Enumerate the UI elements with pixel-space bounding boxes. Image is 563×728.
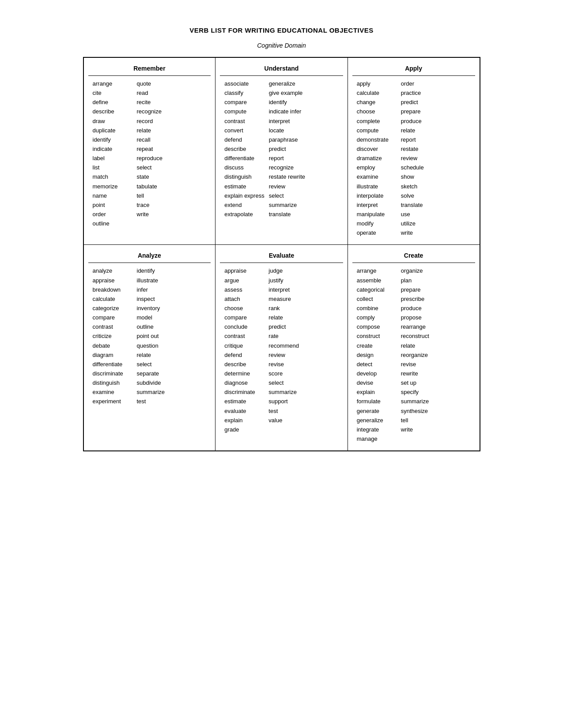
list-item: select bbox=[137, 163, 177, 172]
analyze-header: Analyze bbox=[88, 248, 211, 263]
list-item: duplicate bbox=[93, 126, 132, 135]
list-item: locate bbox=[269, 126, 309, 135]
list-item: reorganize bbox=[401, 351, 441, 360]
list-item: employ bbox=[357, 163, 397, 172]
list-item: appraise bbox=[224, 266, 264, 275]
apply-col1: applycalculatechangechoosecompletecomput… bbox=[357, 79, 397, 237]
list-item: report bbox=[401, 135, 441, 144]
list-item: debate bbox=[93, 341, 132, 350]
understand-header: Understand bbox=[220, 61, 343, 76]
analyze-col1: analyzeappraisebreakdowncalculatecategor… bbox=[93, 266, 132, 406]
list-item: recognize bbox=[137, 107, 177, 116]
understand-col2: generalizegive exampleidentifyindicate i… bbox=[269, 79, 309, 219]
list-item: create bbox=[357, 341, 397, 350]
list-item: grade bbox=[224, 425, 264, 434]
list-item: assess bbox=[224, 285, 264, 294]
list-item: illustrate bbox=[137, 276, 177, 285]
apply-header: Apply bbox=[352, 61, 475, 76]
list-item: label bbox=[93, 154, 132, 163]
list-item: write bbox=[401, 425, 441, 434]
list-item: design bbox=[357, 351, 397, 360]
list-item: write bbox=[401, 229, 441, 237]
list-item: rank bbox=[268, 304, 308, 313]
list-item: support bbox=[268, 397, 308, 406]
list-item: cite bbox=[93, 89, 132, 98]
list-item: argue bbox=[224, 276, 264, 285]
list-item: recall bbox=[137, 135, 177, 144]
list-item: specify bbox=[401, 388, 441, 397]
list-item: define bbox=[93, 98, 132, 107]
list-item: illustrate bbox=[357, 182, 397, 191]
list-item: show bbox=[401, 173, 441, 181]
list-item: breakdown bbox=[93, 285, 132, 294]
list-item: dramatize bbox=[357, 154, 397, 163]
create-cell: Create arrangeassemblecategoricalcollect… bbox=[348, 245, 480, 451]
list-item: match bbox=[93, 173, 132, 181]
list-item: model bbox=[137, 313, 177, 322]
apply-cell: Apply applycalculatechangechoosecomplete… bbox=[348, 57, 480, 245]
list-item: solve bbox=[401, 191, 441, 200]
list-item: predict bbox=[401, 98, 441, 107]
create-content: arrangeassemblecategoricalcollectcombine… bbox=[357, 266, 471, 443]
remember-content: arrangecitedefinedescribedrawduplicateid… bbox=[93, 79, 207, 228]
list-item: detect bbox=[357, 360, 397, 369]
list-item: calculate bbox=[357, 89, 397, 98]
list-item: determine bbox=[224, 369, 264, 378]
list-item: appraise bbox=[93, 276, 132, 285]
list-item: outline bbox=[93, 219, 132, 228]
list-item: devise bbox=[357, 379, 397, 387]
list-item: recite bbox=[137, 98, 177, 107]
list-item: discuss bbox=[224, 163, 264, 172]
list-item: contrast bbox=[224, 117, 264, 126]
list-item: apply bbox=[357, 79, 397, 88]
list-item: identify bbox=[137, 266, 177, 275]
list-item: assemble bbox=[357, 276, 397, 285]
list-item: describe bbox=[224, 360, 264, 369]
list-item: select bbox=[269, 191, 309, 200]
list-item: associate bbox=[224, 79, 264, 88]
list-item: repeat bbox=[137, 145, 177, 154]
list-item: prepare bbox=[401, 107, 441, 116]
list-item: name bbox=[93, 191, 132, 200]
list-item: extrapolate bbox=[224, 210, 264, 219]
list-item: complete bbox=[357, 117, 397, 126]
sub-title: Cognitive Domain bbox=[83, 42, 480, 49]
list-item: propose bbox=[401, 313, 441, 322]
list-item: review bbox=[401, 154, 441, 163]
list-item: critique bbox=[224, 341, 264, 350]
list-item: relate bbox=[268, 313, 308, 322]
list-item: subdivide bbox=[137, 379, 177, 387]
list-item: judge bbox=[268, 266, 308, 275]
remember-header: Remember bbox=[88, 61, 211, 76]
list-item: paraphrase bbox=[269, 135, 309, 144]
evaluate-col1: appraiseargueassessattachchoosecompareco… bbox=[224, 266, 264, 434]
list-item: combine bbox=[357, 304, 397, 313]
list-item: interpret bbox=[357, 201, 397, 210]
list-item: synthesize bbox=[401, 407, 441, 416]
list-item: restate rewrite bbox=[269, 173, 309, 181]
main-title: VERB LIST FOR WRITING EDUCATIONAL OBJECT… bbox=[83, 26, 480, 34]
list-item: conclude bbox=[224, 323, 264, 331]
remember-cell: Remember arrangecitedefinedescribedrawdu… bbox=[83, 57, 215, 245]
list-item: compute bbox=[357, 126, 397, 135]
list-item: attach bbox=[224, 295, 264, 304]
list-item: list bbox=[93, 163, 132, 172]
list-item: defend bbox=[224, 351, 264, 360]
evaluate-header: Evaluate bbox=[220, 248, 343, 263]
list-item: memorize bbox=[93, 182, 132, 191]
list-item: formulate bbox=[357, 397, 397, 406]
analyze-content: analyzeappraisebreakdowncalculatecategor… bbox=[93, 266, 207, 406]
list-item: test bbox=[137, 397, 177, 406]
list-item: differentiate bbox=[224, 154, 264, 163]
remember-col2: quotereadreciterecognizerecordrelatereca… bbox=[137, 79, 177, 228]
list-item: trace bbox=[137, 201, 177, 210]
list-item: comply bbox=[357, 313, 397, 322]
list-item: diagram bbox=[93, 351, 132, 360]
list-item: order bbox=[401, 79, 441, 88]
list-item: test bbox=[268, 407, 308, 416]
list-item: summarize bbox=[137, 388, 177, 397]
list-item: inspect bbox=[137, 295, 177, 304]
list-item: outline bbox=[137, 323, 177, 331]
list-item: indicate infer bbox=[269, 107, 309, 116]
list-item: estimate bbox=[224, 182, 264, 191]
